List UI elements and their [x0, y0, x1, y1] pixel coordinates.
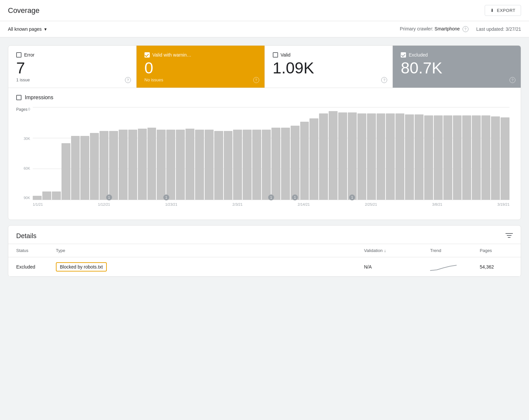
pages-dropdown[interactable]: All known pages ▾ [8, 25, 47, 33]
error-sublabel: 1 issue [16, 77, 128, 82]
col-trend: Trend [430, 248, 480, 253]
warning-help-icon[interactable]: ? [253, 77, 259, 83]
status-card-excluded[interactable]: Excluded 80.7K ? [393, 46, 521, 88]
validation-label: Validation [364, 248, 383, 253]
bar-16 [185, 129, 194, 200]
y-label-60k: 60K [16, 166, 33, 170]
type-cell-blocked: Blocked by robots.txt [56, 262, 107, 272]
y-label-0: 0 [16, 107, 33, 111]
last-updated-info: Last updated: 3/27/21 [476, 26, 521, 32]
details-title: Details [16, 232, 36, 240]
excluded-count: 80.7K [401, 60, 513, 76]
bar-10 [128, 130, 137, 200]
x-label-5: 2/14/21 [298, 202, 310, 206]
details-card: Details Status Type Validation ↓ Trend P… [8, 225, 521, 277]
details-header: Details [8, 226, 521, 244]
status-card-valid[interactable]: Valid 1.09K ? [265, 46, 393, 88]
excluded-help-icon[interactable]: ? [509, 77, 515, 83]
sort-down-icon: ↓ [384, 248, 386, 253]
col-type: Type [56, 248, 364, 253]
valid-checkbox [273, 52, 278, 58]
row-validation: N/A [364, 264, 430, 270]
status-card-warning-header: Valid with warnin… [144, 52, 257, 58]
bar-18 [205, 130, 214, 200]
table-row[interactable]: Excluded Blocked by robots.txt N/A 54,36… [8, 257, 521, 276]
error-help-icon[interactable]: ? [125, 77, 131, 83]
bar-0 [33, 196, 42, 200]
bar-20 [224, 131, 233, 200]
bar-41 [424, 115, 433, 200]
x-label-7: 3/8/21 [432, 202, 442, 206]
valid-help-icon[interactable]: ? [381, 77, 387, 83]
row-trend [430, 261, 480, 272]
bar-26 [281, 128, 290, 200]
crawler-name: Smartphone [434, 26, 460, 31]
bar-44 [453, 115, 462, 200]
bar-8 [109, 131, 118, 200]
warning-label: Valid with warnin… [152, 52, 191, 58]
error-checkbox [16, 52, 21, 58]
dropdown-label: All known pages [8, 26, 42, 32]
chevron-down-icon: ▾ [44, 26, 47, 32]
bar-39 [405, 114, 414, 200]
status-card-valid-header: Valid [273, 52, 385, 58]
col-validation[interactable]: Validation ↓ [364, 248, 430, 253]
bar-4 [71, 136, 80, 200]
bar-42 [434, 115, 443, 200]
bar-36 [377, 113, 386, 200]
x-axis: 1/1/21 1/12/21 1/23/21 2/3/21 2/14/21 2/… [33, 200, 509, 213]
bar-15 [176, 130, 185, 200]
bar-48 [491, 116, 500, 200]
bar-31 [329, 111, 338, 200]
bar-28 [300, 122, 309, 200]
export-label: EXPORT [497, 8, 515, 13]
bar-17 [195, 130, 204, 200]
crawler-prefix: Primary crawler: [400, 26, 433, 31]
bar-14 [166, 130, 175, 200]
warning-sublabel: No issues [144, 77, 257, 82]
export-button[interactable]: ⬇ EXPORT [485, 5, 521, 16]
status-cards-row: Error 7 1 issue ? Valid with warnin… 0 N… [8, 46, 521, 88]
bar-6 [90, 133, 99, 200]
excluded-checkbox [401, 52, 406, 58]
toolbar: All known pages ▾ Primary crawler: Smart… [0, 21, 529, 37]
bar-46 [472, 115, 481, 200]
warning-count: 0 [144, 60, 257, 76]
status-card-valid-warning[interactable]: Valid with warnin… 0 No issues ? [137, 46, 265, 88]
bar-21 [233, 130, 242, 200]
bar-37 [386, 113, 395, 200]
warning-checkbox [144, 52, 150, 58]
impressions-header: Impressions [16, 95, 513, 101]
bar-3 [61, 143, 70, 200]
filter-icon[interactable] [506, 232, 513, 239]
col-pages: Pages [480, 248, 513, 253]
x-label-3: 1/23/21 [165, 202, 178, 206]
crawler-help-icon[interactable]: ? [463, 26, 468, 32]
status-card-error[interactable]: Error 7 1 issue ? [8, 46, 137, 88]
bar-13 [157, 130, 166, 200]
impressions-label: Impressions [25, 95, 53, 101]
chart-bars [33, 107, 509, 200]
crawler-info: Primary crawler: Smartphone ? [400, 26, 468, 32]
valid-count: 1.09K [273, 60, 385, 76]
coverage-card: Error 7 1 issue ? Valid with warnin… 0 N… [8, 45, 521, 220]
error-label: Error [24, 52, 34, 58]
excluded-label: Excluded [409, 52, 428, 58]
bar-5 [80, 136, 89, 200]
bar-2 [52, 191, 61, 200]
trend-chart [430, 261, 457, 271]
status-card-excluded-header: Excluded [401, 52, 513, 58]
last-updated-value: 3/27/21 [506, 26, 521, 32]
impressions-checkbox[interactable] [16, 95, 21, 100]
x-labels: 1/1/21 1/12/21 1/23/21 2/3/21 2/14/21 2/… [33, 202, 509, 206]
x-label-1: 1/1/21 [33, 202, 43, 206]
bar-7 [100, 131, 108, 200]
y-label-90k: 90K [16, 196, 33, 200]
y-axis: 90K 60K 30K 0 [16, 107, 33, 200]
last-updated-prefix: Last updated: [476, 26, 505, 32]
bar-35 [367, 113, 376, 200]
toolbar-meta: Primary crawler: Smartphone ? Last updat… [400, 26, 521, 32]
bar-45 [462, 115, 471, 200]
bar-9 [119, 130, 128, 200]
row-type: Blocked by robots.txt [56, 262, 364, 272]
